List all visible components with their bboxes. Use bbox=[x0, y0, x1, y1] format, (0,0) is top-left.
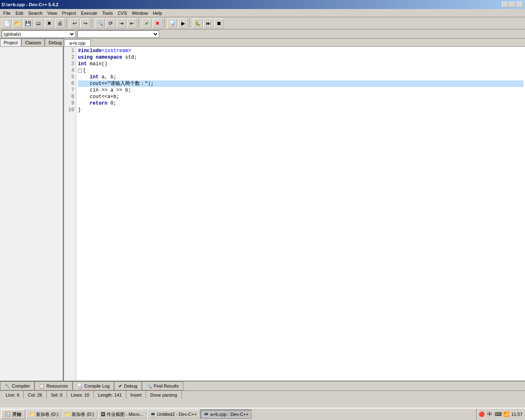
line-num-4: 4 bbox=[64, 67, 74, 74]
code-line-9: return 0; bbox=[78, 100, 523, 107]
print-button[interactable]: 🖨 bbox=[55, 18, 65, 28]
line-num-8: 8 bbox=[64, 94, 74, 100]
taskbar-label-1: 新加卷 (D:) bbox=[36, 411, 58, 418]
bottom-panel: 🔧 Compiler 📋 Resources 📊 Compile Log ✔ D… bbox=[0, 381, 525, 390]
close-file-button[interactable]: ✖ bbox=[44, 18, 54, 28]
taskbar-label-2: 新加卷 (D:) bbox=[72, 411, 94, 418]
menu-execute[interactable]: Execute bbox=[78, 10, 100, 16]
status-length: Length: 141 bbox=[94, 391, 126, 399]
left-panel-tabs: Project Classes Debug bbox=[0, 39, 63, 47]
debug-step-button[interactable]: ⏭ bbox=[203, 18, 213, 28]
save-all-button[interactable]: 🗂 bbox=[34, 18, 43, 28]
menu-edit[interactable]: Edit bbox=[13, 10, 26, 16]
tab-project[interactable]: Project bbox=[0, 39, 21, 46]
menu-file[interactable]: File bbox=[1, 10, 13, 16]
tab-classes[interactable]: Classes bbox=[21, 39, 45, 46]
code-content[interactable]: #include <iostream> using namespace std;… bbox=[76, 47, 525, 381]
new-button[interactable]: 📄 bbox=[2, 18, 11, 28]
menu-search[interactable]: Search bbox=[26, 10, 45, 16]
code-area[interactable]: 1 2 3 4 5 6 7 8 9 10 #include <iostream>… bbox=[64, 47, 525, 381]
run-button[interactable]: ▶ bbox=[178, 18, 188, 28]
tab-debug[interactable]: Debug bbox=[45, 39, 65, 46]
taskbar-item-3[interactable]: 🖼 作业截图 - Micro... bbox=[98, 410, 146, 419]
taskbar-item-2[interactable]: 📁 新加卷 (D:) bbox=[62, 410, 97, 419]
menu-bar: File Edit Search View Project Execute To… bbox=[0, 9, 525, 17]
replace-button[interactable]: ⟳ bbox=[106, 18, 116, 28]
separator-5 bbox=[189, 19, 191, 28]
check-button[interactable]: ✔ bbox=[142, 18, 152, 28]
resources-label: Resources bbox=[46, 383, 68, 388]
compile-button[interactable]: 📊 bbox=[167, 18, 177, 28]
menu-window[interactable]: Window bbox=[130, 10, 151, 16]
clock: 11:57 bbox=[511, 412, 523, 417]
status-sel: Sel: 0 bbox=[47, 391, 67, 399]
bottom-tab-findresults[interactable]: 🔍 Find Results bbox=[142, 381, 183, 390]
status-done: Done parsing bbox=[146, 391, 181, 399]
maximize-button[interactable]: □ bbox=[509, 2, 516, 7]
line-num-2: 2 bbox=[64, 54, 74, 61]
taskbar-label-5: a+b.cpp - Dev-C++ bbox=[210, 412, 249, 417]
code-line-5: int a, b; bbox=[78, 74, 523, 80]
code-line-6: cout<<"请输入两个数："|; bbox=[78, 80, 523, 87]
taskbar-tray: 🔴 中 ⌨ 📶 11:57 bbox=[476, 409, 524, 420]
status-col: Col: 26 bbox=[24, 391, 47, 399]
compilelog-icon: 📊 bbox=[77, 383, 83, 389]
menu-tools[interactable]: Tools bbox=[100, 10, 115, 16]
menu-view[interactable]: View bbox=[45, 10, 60, 16]
undo-button[interactable]: ↩ bbox=[70, 18, 80, 28]
unindent-button[interactable]: ⇤ bbox=[127, 18, 137, 28]
menu-help[interactable]: Help bbox=[151, 10, 165, 16]
line-num-7: 7 bbox=[64, 87, 74, 94]
tray-icon-1: 🔴 bbox=[478, 411, 485, 418]
taskbar-icon-3: 🖼 bbox=[101, 412, 105, 417]
line-num-3: 3 bbox=[64, 61, 74, 67]
minimize-button[interactable]: ─ bbox=[502, 2, 509, 7]
bottom-tab-debug[interactable]: ✔ Debug bbox=[114, 381, 142, 390]
taskbar-icon-5: 💻 bbox=[203, 412, 209, 417]
window-controls: ─ □ ✕ bbox=[502, 2, 523, 7]
debug-button[interactable]: 🐛 bbox=[193, 18, 203, 28]
code-line-1: #include <iostream> bbox=[78, 48, 523, 54]
bottom-tab-compilelog[interactable]: 📊 Compile Log bbox=[73, 381, 114, 390]
redo-button[interactable]: ↪ bbox=[80, 18, 90, 28]
symbol-dropdown[interactable] bbox=[77, 30, 159, 38]
compilelog-label: Compile Log bbox=[84, 383, 110, 388]
dropdown-bar: (globals) bbox=[0, 30, 525, 39]
start-label: 开始 bbox=[12, 411, 21, 418]
editor-tab-file[interactable]: a+b.cpp bbox=[64, 39, 91, 46]
collapse-button[interactable]: - bbox=[78, 68, 82, 73]
taskbar-icon-1: 📁 bbox=[29, 412, 35, 417]
open-button[interactable]: 📂 bbox=[12, 18, 22, 28]
taskbar-label-4: Untitled2 - Dev-C++ bbox=[157, 412, 197, 417]
tray-icon-4: 📶 bbox=[503, 411, 509, 418]
close-button[interactable]: ✕ bbox=[517, 2, 523, 7]
find-button[interactable]: 🔍 bbox=[95, 18, 105, 28]
separator-2 bbox=[92, 19, 94, 28]
editor-area: a+b.cpp 1 2 3 4 5 6 7 8 9 10 #include <i… bbox=[64, 39, 525, 381]
bottom-tab-compiler[interactable]: 🔧 Compiler bbox=[0, 381, 34, 390]
indent-button[interactable]: ⇥ bbox=[116, 18, 126, 28]
separator-1 bbox=[66, 19, 68, 28]
scope-dropdown[interactable]: (globals) bbox=[2, 30, 75, 38]
title-bar: D:\a+b.cpp - Dev-C++ 5.4.2 ─ □ ✕ bbox=[0, 0, 525, 9]
taskbar-label-3: 作业截图 - Micro... bbox=[107, 411, 144, 418]
bottom-tab-resources[interactable]: 📋 Resources bbox=[34, 381, 73, 390]
line-num-6: 6 bbox=[64, 80, 74, 87]
taskbar-icon-2: 📁 bbox=[65, 412, 71, 417]
compiler-icon: 🔧 bbox=[5, 383, 10, 389]
debug-stop-button[interactable]: ⏹ bbox=[214, 18, 224, 28]
menu-cvs[interactable]: CVS bbox=[115, 10, 130, 16]
taskbar-item-1[interactable]: 📁 新加卷 (D:) bbox=[26, 410, 61, 419]
debug-label: Debug bbox=[124, 383, 137, 388]
menu-project[interactable]: Project bbox=[59, 10, 78, 16]
taskbar-item-5[interactable]: 💻 a+b.cpp - Dev-C++ bbox=[201, 410, 251, 419]
debug-icon: ✔ bbox=[119, 383, 122, 389]
start-button[interactable]: 🪟 开始 bbox=[1, 409, 25, 419]
line-num-9: 9 bbox=[64, 100, 74, 107]
stop-button[interactable]: ✖ bbox=[153, 18, 162, 28]
toolbar: 📄 📂 💾 🗂 ✖ 🖨 ↩ ↪ 🔍 ⟳ ⇥ ⇤ ✔ ✖ 📊 ▶ 🐛 ⏭ ⏹ bbox=[0, 17, 525, 30]
line-num-1: 1 bbox=[64, 48, 74, 54]
taskbar-item-4[interactable]: 💻 Untitled2 - Dev-C++ bbox=[147, 410, 200, 419]
save-button[interactable]: 💾 bbox=[23, 18, 33, 28]
status-bar: Line: 6 Col: 26 Sel: 0 Lines: 10 Length:… bbox=[0, 390, 525, 399]
